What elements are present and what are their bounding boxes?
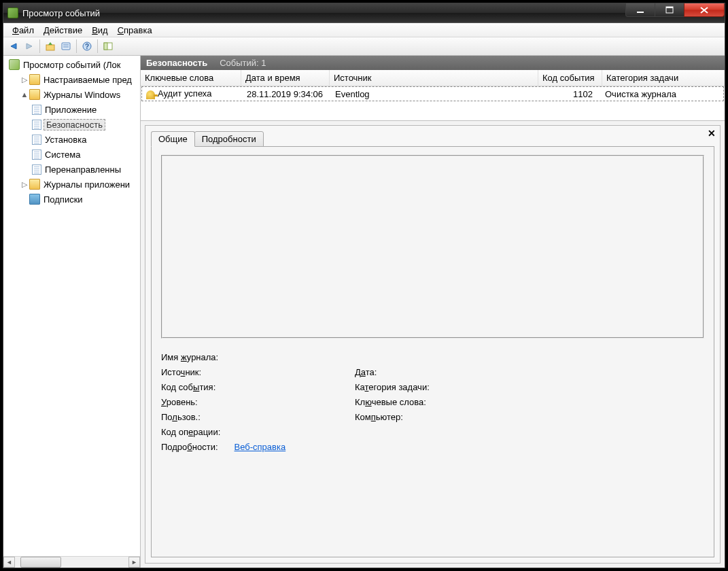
tab-body-general: Имя журнала: Источник: Дата: Код события… bbox=[151, 146, 714, 557]
close-button[interactable] bbox=[684, 3, 725, 17]
help-button[interactable]: ? bbox=[80, 39, 94, 54]
help-icon: ? bbox=[82, 41, 92, 52]
details-tabs: Общие Подробности bbox=[145, 126, 720, 147]
label-user: Пользов.: bbox=[161, 412, 355, 422]
col-eventid[interactable]: Код события bbox=[538, 70, 602, 86]
log-icon bbox=[32, 150, 41, 160]
details-box: ✕ Общие Подробности Имя журнала: Источни… bbox=[145, 125, 721, 564]
tree-custom-views[interactable]: ▷Настраиваемые пред bbox=[5, 72, 139, 87]
back-arrow-icon bbox=[8, 41, 19, 52]
tab-details[interactable]: Подробности bbox=[194, 131, 264, 147]
label-moreinfo: Подробности: Веб-справка bbox=[161, 442, 355, 452]
titlebar[interactable]: Просмотр событий bbox=[3, 3, 725, 22]
tree[interactable]: Просмотр событий (Лок ▷Настраиваемые пре… bbox=[3, 56, 140, 556]
maximize-button[interactable] bbox=[655, 3, 684, 17]
cell-datetime: 28.11.2019 9:34:06 bbox=[243, 89, 331, 99]
label-source: Источник: bbox=[161, 367, 355, 377]
log-icon bbox=[32, 165, 41, 175]
separator-icon bbox=[76, 39, 77, 53]
folder-icon bbox=[29, 179, 40, 190]
svg-rect-0 bbox=[637, 12, 644, 13]
col-keywords[interactable]: Ключевые слова bbox=[141, 70, 241, 86]
tree-security[interactable]: Безопасность bbox=[5, 117, 139, 132]
menu-view[interactable]: Вид bbox=[87, 24, 113, 37]
scroll-thumb[interactable] bbox=[20, 557, 61, 568]
window-title: Просмотр событий bbox=[22, 8, 626, 18]
log-icon bbox=[32, 120, 41, 130]
back-button[interactable] bbox=[6, 39, 21, 54]
forward-arrow-icon bbox=[24, 41, 35, 52]
label-category: Категория задачи: bbox=[355, 382, 704, 392]
label-opcode: Код операции: bbox=[161, 427, 355, 437]
event-row[interactable]: Аудит успеха 28.11.2019 9:34:06 Eventlog… bbox=[141, 86, 724, 101]
label-logname: Имя журнала: bbox=[161, 352, 355, 362]
sidebar-scrollbar[interactable]: ◄ ► bbox=[3, 556, 140, 568]
minimize-button[interactable] bbox=[625, 3, 655, 17]
refresh-button[interactable] bbox=[101, 39, 116, 54]
separator-icon bbox=[39, 39, 40, 53]
log-count: Событий: 1 bbox=[220, 58, 266, 68]
menubar: Файл Действие Вид Справка bbox=[3, 23, 725, 37]
app-window: Просмотр событий Файл Действие Вид Справ… bbox=[3, 3, 725, 568]
properties-button[interactable] bbox=[58, 39, 73, 54]
svg-text:?: ? bbox=[85, 43, 89, 50]
tree-setup[interactable]: Установка bbox=[5, 132, 139, 147]
label-computer: Компьютер: bbox=[355, 412, 704, 422]
app-icon bbox=[7, 7, 18, 18]
event-info-grid: Имя журнала: Источник: Дата: Код события… bbox=[161, 352, 704, 452]
label-date: Дата: bbox=[355, 367, 704, 377]
tree-app-services[interactable]: ▷Журналы приложени bbox=[5, 177, 139, 192]
tree-root[interactable]: Просмотр событий (Лок bbox=[5, 57, 139, 72]
log-icon bbox=[32, 105, 41, 115]
scroll-right-button[interactable]: ► bbox=[128, 557, 140, 568]
expand-icon[interactable]: ▷ bbox=[20, 180, 29, 189]
minimize-icon bbox=[636, 7, 644, 14]
cell-category: Очистка журнала bbox=[601, 89, 723, 99]
cell-source: Eventlog bbox=[331, 89, 537, 99]
col-category[interactable]: Категория задачи bbox=[602, 70, 725, 86]
log-icon bbox=[32, 135, 41, 145]
maximize-icon bbox=[665, 6, 674, 14]
toolbar: ? bbox=[3, 37, 725, 56]
svg-rect-2 bbox=[666, 7, 673, 8]
event-viewer-icon bbox=[9, 59, 20, 70]
col-source[interactable]: Источник bbox=[330, 70, 538, 86]
list-header: Ключевые слова Дата и время Источник Код… bbox=[141, 70, 725, 86]
properties-icon bbox=[60, 41, 71, 52]
folder-up-icon bbox=[45, 41, 56, 52]
label-level: Уровень: bbox=[161, 397, 355, 407]
menu-help[interactable]: Справка bbox=[113, 24, 157, 37]
collapse-icon[interactable]: ▲ bbox=[20, 90, 29, 99]
event-list[interactable]: Аудит успеха 28.11.2019 9:34:06 Eventlog… bbox=[141, 86, 725, 120]
separator-icon bbox=[97, 39, 98, 53]
log-name: Безопасность bbox=[146, 58, 220, 68]
cell-keywords: Аудит успеха bbox=[158, 88, 211, 99]
col-datetime[interactable]: Дата и время bbox=[241, 70, 330, 86]
menu-file[interactable]: Файл bbox=[7, 24, 39, 37]
web-help-link[interactable]: Веб-справка bbox=[235, 442, 286, 452]
client-area: Файл Действие Вид Справка ? Просмотр соб… bbox=[3, 22, 725, 568]
content-panel: Безопасность Событий: 1 Ключевые слова Д… bbox=[141, 56, 725, 568]
tree-subscriptions[interactable]: Подписки bbox=[5, 192, 139, 207]
folder-icon bbox=[29, 89, 40, 100]
subscriptions-icon bbox=[29, 194, 40, 205]
sidebar: Просмотр событий (Лок ▷Настраиваемые пре… bbox=[3, 56, 141, 568]
close-icon bbox=[699, 6, 709, 14]
svg-rect-4 bbox=[62, 43, 70, 50]
tab-general[interactable]: Общие bbox=[151, 131, 195, 147]
expand-icon[interactable]: ▷ bbox=[20, 75, 29, 84]
description-box bbox=[161, 155, 704, 339]
menu-action[interactable]: Действие bbox=[39, 24, 87, 37]
tree-windows-logs[interactable]: ▲Журналы Windows bbox=[5, 87, 139, 102]
folder-icon bbox=[29, 74, 40, 85]
cell-eventid: 1102 bbox=[537, 89, 601, 99]
tree-system[interactable]: Система bbox=[5, 147, 139, 162]
log-header: Безопасность Событий: 1 bbox=[141, 56, 725, 70]
up-button[interactable] bbox=[43, 39, 58, 54]
scroll-left-button[interactable]: ◄ bbox=[3, 557, 15, 568]
forward-button[interactable] bbox=[22, 39, 37, 54]
details-pane: ✕ Общие Подробности Имя журнала: Источни… bbox=[141, 120, 725, 568]
panel-icon bbox=[103, 41, 114, 52]
tree-application[interactable]: Приложение bbox=[5, 102, 139, 117]
tree-forwarded[interactable]: Перенаправленны bbox=[5, 162, 139, 177]
